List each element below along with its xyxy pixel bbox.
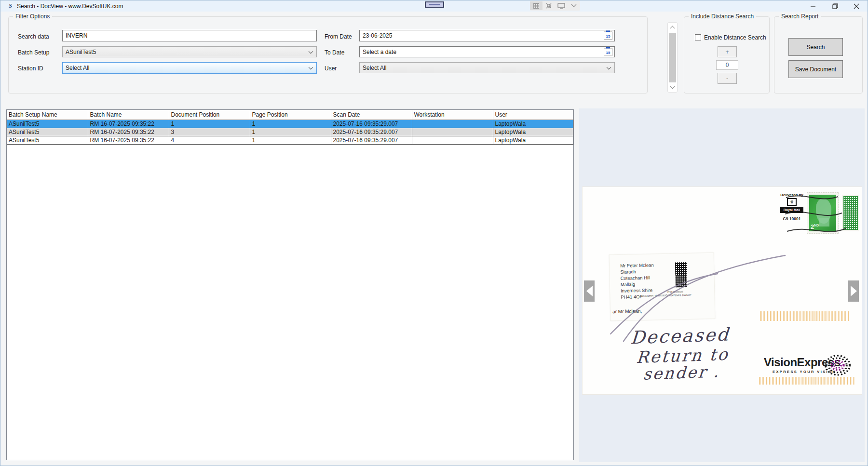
column-header-batch-setup-name[interactable]: Batch Setup Name bbox=[7, 110, 88, 120]
arrow-right-icon bbox=[851, 286, 857, 296]
station-id-value: Select All bbox=[66, 65, 89, 71]
cell[interactable]: RM 16-07-2025 09:35:22 bbox=[88, 136, 169, 144]
cell[interactable]: 4 bbox=[169, 136, 250, 144]
cell[interactable]: 1 bbox=[250, 120, 331, 128]
user-combo[interactable]: Select All bbox=[359, 62, 615, 73]
cell[interactable]: 1 bbox=[250, 128, 331, 136]
scroll-up-icon[interactable] bbox=[670, 26, 675, 31]
cell[interactable]: ASunilTest5 bbox=[7, 136, 88, 144]
grid-icon bbox=[533, 2, 540, 9]
user-value: Select All bbox=[363, 65, 386, 71]
distance-value-input[interactable]: 0 bbox=[716, 60, 738, 70]
search-button[interactable]: Search bbox=[788, 38, 843, 56]
handwritten-note-line: sender . bbox=[642, 362, 720, 384]
filter-options-label: Filter Options bbox=[13, 13, 52, 20]
app-icon: S bbox=[7, 2, 14, 10]
search-data-label: Search data bbox=[18, 33, 49, 40]
batch-setup-value: ASunilTest5 bbox=[66, 49, 96, 55]
calendar-icon[interactable]: 15 bbox=[604, 48, 612, 56]
chevron-down-icon bbox=[309, 65, 313, 70]
save-document-button[interactable]: Save Document bbox=[788, 60, 843, 78]
window-title: Search - DocView - www.DevSoftUK.com bbox=[17, 3, 123, 10]
cell[interactable]: 1 bbox=[169, 120, 250, 128]
table-row-selected[interactable]: ASunilTest5 RM 16-07-2025 09:35:22 1 1 2… bbox=[7, 120, 573, 128]
station-id-label: Station ID bbox=[18, 65, 43, 72]
column-header-workstation[interactable]: Workstation bbox=[412, 110, 493, 120]
cell[interactable]: 1 bbox=[250, 136, 331, 144]
chevron-down-icon bbox=[309, 49, 313, 53]
batch-setup-combo[interactable]: ASunilTest5 bbox=[62, 46, 317, 57]
from-date-label: From Date bbox=[325, 33, 352, 40]
document-viewer-panel: Delivered by ♛ Royal Mail C9 10001 2ND bbox=[579, 108, 865, 462]
column-header-scan-date[interactable]: Scan Date bbox=[331, 110, 412, 120]
distance-search-label: Include Distance Search bbox=[689, 13, 756, 20]
restore-icon bbox=[832, 3, 838, 9]
filter-scrollbar[interactable] bbox=[667, 22, 678, 93]
cell[interactable]: 2025-07-16 09:35:29.007 bbox=[331, 136, 412, 144]
to-date-label: To Date bbox=[325, 49, 344, 56]
minimize-icon bbox=[810, 3, 816, 9]
close-button[interactable] bbox=[846, 0, 867, 12]
inkjet-spray-mark bbox=[760, 311, 850, 321]
cell[interactable] bbox=[412, 136, 493, 144]
cell[interactable]: 3 bbox=[169, 128, 250, 136]
title-bar[interactable]: S Search - DocView - www.DevSoftUK.com bbox=[0, 0, 868, 12]
next-page-button[interactable] bbox=[848, 280, 859, 302]
cell[interactable]: RM 16-07-2025 09:35:22 bbox=[88, 120, 169, 128]
cancellation-marks bbox=[785, 191, 865, 239]
arrow-left-icon bbox=[586, 286, 593, 296]
previous-page-button[interactable] bbox=[584, 280, 595, 302]
to-date-placeholder: Select a date bbox=[363, 49, 396, 55]
cell[interactable]: 2025-07-16 09:35:29.007 bbox=[331, 128, 412, 136]
cell[interactable]: ASunilTest5 bbox=[7, 120, 88, 128]
enable-distance-checkbox[interactable] bbox=[695, 34, 701, 40]
column-header-user[interactable]: User bbox=[493, 110, 573, 120]
monitor-icon bbox=[557, 2, 565, 9]
column-header-page-position[interactable]: Page Position bbox=[250, 110, 331, 120]
column-header-document-position[interactable]: Document Position bbox=[169, 110, 250, 120]
cell[interactable]: 2025-07-16 09:35:29.007 bbox=[331, 120, 412, 128]
dock-handle[interactable] bbox=[425, 1, 444, 8]
cell[interactable]: ASunilTest5 bbox=[7, 128, 88, 136]
cell[interactable]: RM 16-07-2025 09:35:22 bbox=[88, 128, 169, 136]
calendar-icon[interactable]: 15 bbox=[604, 32, 612, 40]
cell[interactable]: LaptopWala bbox=[493, 120, 573, 128]
distance-minus-button[interactable]: - bbox=[718, 73, 737, 84]
distance-plus-button[interactable]: + bbox=[718, 46, 737, 57]
close-icon bbox=[854, 3, 859, 9]
restore-button[interactable] bbox=[825, 0, 845, 12]
chevron-down-icon bbox=[571, 4, 577, 8]
inkjet-spray-mark bbox=[759, 377, 854, 385]
cell[interactable] bbox=[412, 120, 493, 128]
chevron-down-icon bbox=[607, 65, 611, 69]
search-data-input[interactable]: INVERN bbox=[62, 30, 317, 41]
shrink-button[interactable] bbox=[542, 1, 555, 10]
scrollbar-thumb[interactable] bbox=[669, 33, 676, 82]
table-row[interactable]: ASunilTest5 RM 16-07-2025 09:35:22 3 1 2… bbox=[7, 128, 573, 136]
shrink-icon bbox=[545, 2, 552, 9]
column-header-batch-name[interactable]: Batch Name bbox=[88, 110, 169, 120]
table-row[interactable]: ASunilTest5 RM 16-07-2025 09:35:22 4 1 2… bbox=[7, 136, 573, 144]
scanned-envelope-image: Delivered by ♛ Royal Mail C9 10001 2ND bbox=[582, 186, 862, 395]
vision-express-eye-icon bbox=[823, 354, 853, 377]
search-data-value: INVERN bbox=[66, 32, 87, 39]
toolbar-chevron-button[interactable] bbox=[568, 1, 580, 10]
enable-distance-label: Enable Distance Search bbox=[704, 34, 766, 41]
from-date-picker[interactable]: 23-06-2025 15 bbox=[359, 30, 615, 41]
from-date-value: 23-06-2025 bbox=[363, 32, 392, 39]
minimize-button[interactable] bbox=[803, 0, 823, 12]
monitor-button[interactable] bbox=[555, 1, 568, 10]
station-id-combo[interactable]: Select All bbox=[62, 62, 317, 74]
application-window: S Search - DocView - www.DevSoftUK.com bbox=[0, 0, 868, 466]
cell[interactable]: LaptopWala bbox=[493, 128, 573, 136]
search-report-label: Search Report bbox=[779, 13, 821, 20]
user-label: User bbox=[325, 65, 337, 72]
cell[interactable]: LaptopWala bbox=[493, 136, 573, 144]
grid-header-row: Batch Setup Name Batch Name Document Pos… bbox=[7, 110, 573, 120]
batch-setup-label: Batch Setup bbox=[18, 49, 49, 56]
viewer-toolbar bbox=[530, 1, 580, 11]
to-date-picker[interactable]: Select a date 15 bbox=[359, 46, 615, 57]
cell[interactable] bbox=[412, 128, 493, 136]
scroll-down-icon[interactable] bbox=[670, 84, 675, 89]
grid-view-button[interactable] bbox=[530, 1, 542, 10]
